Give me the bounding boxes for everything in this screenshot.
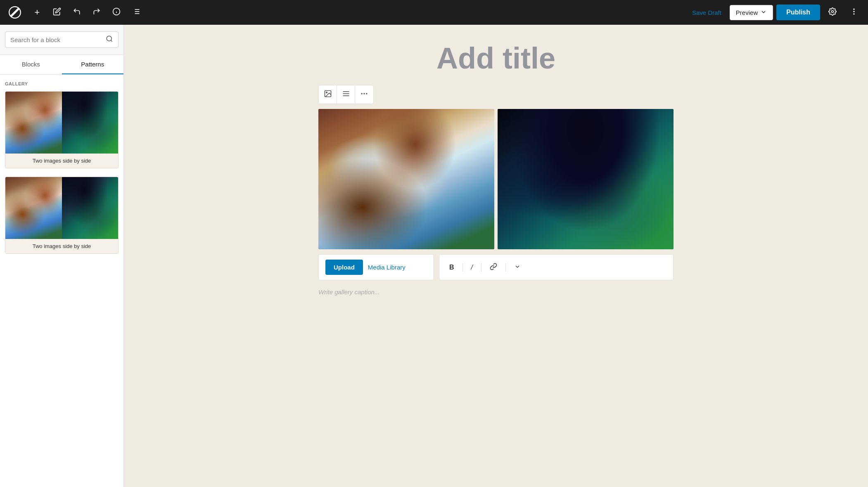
- svg-point-12: [853, 13, 854, 14]
- pattern-card-1-right-image: [62, 92, 119, 154]
- pattern-card-1-left-image: [5, 92, 62, 154]
- gallery-section: GALLERY Two images side by side Two imag…: [0, 75, 123, 269]
- main-layout: Blocks Patterns GALLERY Two images side …: [0, 25, 868, 487]
- info-button[interactable]: [107, 3, 126, 21]
- pattern-card-1-images: [5, 92, 118, 154]
- format-separator-2: [481, 263, 481, 272]
- tab-blocks[interactable]: Blocks: [0, 55, 62, 74]
- undo-button[interactable]: [68, 3, 86, 21]
- editor-main: Add title: [124, 25, 868, 487]
- settings-button[interactable]: [823, 3, 842, 21]
- tab-patterns[interactable]: Patterns: [62, 55, 124, 74]
- block-align-button[interactable]: [337, 85, 355, 104]
- ellipsis-vertical-icon: [850, 7, 858, 18]
- svg-point-10: [853, 8, 854, 9]
- list-icon: [132, 7, 140, 18]
- chevron-down-format-icon: [514, 264, 521, 271]
- gallery-section-label: GALLERY: [5, 81, 119, 86]
- search-wrapper: [5, 31, 119, 48]
- link-icon: [490, 265, 497, 272]
- italic-button[interactable]: /: [468, 262, 476, 273]
- main-toolbar: + Save Draft Preview Publish: [0, 0, 868, 25]
- info-icon: [112, 7, 121, 18]
- gallery-block: Upload Media Library B /: [318, 109, 674, 299]
- gear-icon: [828, 7, 837, 18]
- toolbar-right: Save Draft Preview Publish: [687, 3, 863, 21]
- svg-point-21: [363, 93, 365, 94]
- gallery-image-right[interactable]: [498, 109, 674, 249]
- pattern-card-2-right-image: [62, 177, 119, 239]
- svg-point-16: [326, 92, 327, 93]
- format-separator-3: [505, 263, 506, 272]
- gallery-caption-placeholder[interactable]: Write gallery caption...: [318, 285, 674, 299]
- pattern-card-2[interactable]: Two images side by side: [5, 177, 119, 254]
- pencil-icon: [53, 7, 61, 18]
- align-icon: [342, 90, 350, 100]
- bold-button[interactable]: B: [446, 262, 458, 273]
- search-icon: [106, 35, 113, 44]
- gallery-images: [318, 109, 674, 249]
- block-more-options-button[interactable]: [355, 85, 373, 104]
- svg-point-22: [366, 93, 367, 94]
- undo-icon: [73, 7, 81, 18]
- publish-button[interactable]: Publish: [776, 5, 820, 20]
- plus-icon: +: [35, 7, 40, 18]
- redo-icon: [92, 7, 101, 18]
- svg-point-9: [832, 10, 834, 12]
- dots-icon: [360, 90, 368, 100]
- search-container: [0, 25, 123, 55]
- link-button[interactable]: [486, 261, 500, 274]
- svg-point-13: [107, 36, 111, 41]
- preview-button[interactable]: Preview: [730, 5, 773, 20]
- wp-logo-button[interactable]: [5, 0, 25, 25]
- upload-section: Upload Media Library: [318, 254, 434, 280]
- svg-point-11: [853, 11, 854, 12]
- pattern-card-2-left-image: [5, 177, 62, 239]
- page-title-placeholder[interactable]: Add title: [318, 41, 674, 75]
- more-options-button[interactable]: [845, 3, 863, 21]
- gallery-image-left[interactable]: [318, 109, 494, 249]
- tabs-row: Blocks Patterns: [0, 55, 123, 75]
- sidebar: Blocks Patterns GALLERY Two images side …: [0, 25, 124, 487]
- list-view-button[interactable]: [127, 3, 145, 21]
- pattern-card-2-images: [5, 177, 118, 239]
- block-image-type-button[interactable]: [319, 85, 337, 104]
- page-title-area: Add title: [318, 41, 674, 75]
- upload-button[interactable]: Upload: [325, 260, 363, 275]
- redo-button[interactable]: [88, 3, 106, 21]
- add-block-button[interactable]: +: [28, 3, 46, 21]
- image-icon: [324, 90, 332, 100]
- preview-label: Preview: [736, 9, 758, 16]
- edit-button[interactable]: [48, 3, 66, 21]
- chevron-down-icon: [760, 9, 767, 17]
- svg-point-20: [361, 93, 363, 94]
- format-separator-1: [462, 263, 463, 272]
- save-draft-button[interactable]: Save Draft: [687, 6, 726, 19]
- svg-line-14: [111, 40, 112, 41]
- block-toolbar-area: [318, 85, 674, 106]
- pattern-card-1[interactable]: Two images side by side: [5, 91, 119, 168]
- more-format-button[interactable]: [511, 262, 524, 273]
- search-input[interactable]: [10, 36, 102, 43]
- text-formatting-toolbar: B /: [439, 254, 674, 280]
- media-library-button[interactable]: Media Library: [368, 264, 406, 271]
- pattern-card-2-label: Two images side by side: [5, 239, 118, 253]
- upload-caption-area: Upload Media Library B /: [318, 254, 674, 280]
- pattern-card-1-label: Two images side by side: [5, 154, 118, 168]
- block-toolbar: [318, 85, 374, 104]
